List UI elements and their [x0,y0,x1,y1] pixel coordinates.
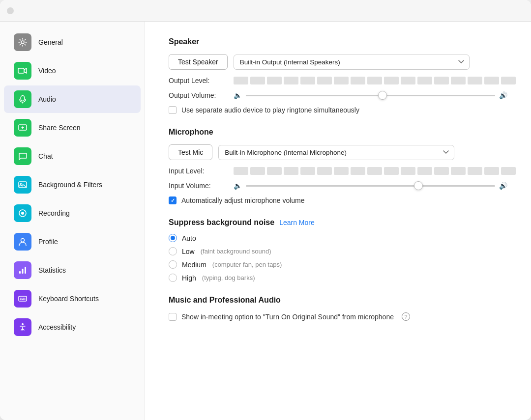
svg-point-8 [21,239,25,242]
suppress-noise-section: Suppress background noise Learn More Aut… [169,218,507,282]
sidebar-item-video[interactable]: Video [4,57,141,84]
accessibility-icon [14,318,31,336]
learn-more-link[interactable]: Learn More [279,219,315,226]
mic-high-icon: 🔊 [499,182,507,190]
input-volume-label: Input Volume: [169,182,228,190]
radio-medium[interactable] [169,260,177,269]
output-volume-label: Output Volume: [169,91,228,99]
radio-label-low: Low [182,248,195,255]
music-title: Music and Professional Audio [169,296,507,305]
sidebar-item-audio[interactable]: Audio [4,85,141,113]
svg-rect-12 [19,296,27,301]
mic-device-select[interactable]: Built-in Microphone (Internal Microphone… [218,145,454,160]
output-level-row: Output Level: [169,77,507,84]
main-content: General Video Audio Share Screen Chat Ba… [0,22,531,420]
sidebar-item-chat[interactable]: Chat [4,142,141,170]
svg-point-0 [21,41,24,44]
speaker-title: Speaker [169,37,507,46]
svg-rect-11 [25,267,26,274]
radio-label-medium: Medium [182,261,206,269]
speaker-device-row: Test Speaker Built-in Output (Internal S… [169,54,507,70]
input-level-label: Input Level: [169,167,228,175]
radio-low[interactable] [169,247,177,255]
settings-window: General Video Audio Share Screen Chat Ba… [0,0,531,420]
sidebar-item-keyboard[interactable]: Keyboard Shortcuts [4,285,141,312]
sidebar-item-recording[interactable]: Recording [4,199,141,227]
recording-icon [14,204,31,222]
test-mic-button[interactable]: Test Mic [169,144,212,160]
microphone-title: Microphone [169,128,507,137]
general-icon [14,33,31,51]
statistics-icon [14,261,31,279]
speaker-device-select[interactable]: Built-in Output (Internal Speakers) [234,55,470,70]
sidebar-item-statistics[interactable]: Statistics [4,256,141,284]
radio-hint-medium: (computer fan, pen taps) [212,261,282,268]
output-volume-slider-container: 🔈 🔊 [234,91,507,99]
sidebar-label-accessibility: Accessibility [38,323,76,331]
sidebar-label-background: Background & Filters [38,181,102,189]
window-close-dot[interactable] [7,7,14,14]
original-sound-label: Show in-meeting option to "Turn On Origi… [181,313,394,321]
auto-adjust-label: Automatically adjust microphone volume [181,196,305,204]
svg-point-13 [22,323,24,325]
sidebar-item-background[interactable]: Background & Filters [4,171,141,198]
radio-high[interactable] [169,274,177,282]
level-bars [234,167,516,175]
microphone-section: Microphone Test Mic Built-in Microphone … [169,128,507,204]
sidebar-label-chat: Chat [38,152,53,160]
speaker-section: Speaker Test Speaker Built-in Output (In… [169,37,507,114]
sidebar-label-general: General [38,38,63,46]
sidebar-item-accessibility[interactable]: Accessibility [4,313,141,341]
original-sound-checkbox[interactable] [169,313,177,321]
sidebar-item-general[interactable]: General [4,28,141,56]
ringtone-checkbox[interactable] [169,106,177,114]
video-icon [14,62,31,80]
test-speaker-button[interactable]: Test Speaker [169,54,228,70]
profile-icon [14,233,31,251]
output-level-label: Output Level: [169,77,228,84]
noise-option-high: High (typing, dog barks) [169,274,507,282]
sidebar-item-profile[interactable]: Profile [4,228,141,255]
radio-label-auto: Auto [182,234,196,242]
share-screen-icon [14,119,31,137]
sidebar: General Video Audio Share Screen Chat Ba… [0,22,145,420]
suppress-title: Suppress background noise [169,218,274,227]
ringtone-row: Use separate audio device to play ringto… [169,106,507,114]
suppress-header: Suppress background noise Learn More [169,218,507,227]
sidebar-item-share-screen[interactable]: Share Screen [4,114,141,141]
svg-point-2 [21,96,25,101]
mic-low-icon: 🔈 [234,182,242,190]
output-volume-slider[interactable] [246,95,495,96]
input-volume-row: Input Volume: 🔈 🔊 [169,182,507,190]
svg-rect-10 [22,269,24,274]
noise-option-low: Low (faint background sound) [169,247,507,255]
sidebar-label-recording: Recording [38,209,70,217]
output-volume-row: Output Volume: 🔈 🔊 [169,91,507,99]
level-bars [234,77,516,84]
chat-icon [14,147,31,165]
help-icon[interactable]: ? [402,312,410,321]
svg-point-7 [21,212,24,215]
sidebar-label-audio: Audio [38,95,56,103]
svg-rect-9 [19,271,21,274]
sidebar-label-profile: Profile [38,238,58,246]
input-volume-slider[interactable] [246,185,495,187]
auto-adjust-checkbox[interactable] [169,196,177,204]
sidebar-label-keyboard: Keyboard Shortcuts [38,295,99,303]
noise-option-auto: Auto [169,234,507,242]
volume-high-icon: 🔊 [499,91,507,99]
noise-option-medium: Medium (computer fan, pen taps) [169,260,507,269]
radio-hint-low: (faint background sound) [201,248,271,255]
main-panel: Speaker Test Speaker Built-in Output (In… [145,22,531,420]
radio-auto[interactable] [169,234,177,242]
music-section: Music and Professional Audio Show in-mee… [169,296,507,321]
original-sound-row: Show in-meeting option to "Turn On Origi… [169,312,507,321]
sidebar-label-statistics: Statistics [38,266,66,274]
sidebar-label-share-screen: Share Screen [38,124,81,132]
volume-low-icon: 🔈 [234,91,242,99]
sidebar-label-video: Video [38,67,56,75]
mic-device-row: Test Mic Built-in Microphone (Internal M… [169,144,507,160]
keyboard-icon [14,290,31,308]
svg-rect-1 [18,68,24,73]
ringtone-label: Use separate audio device to play ringto… [181,106,359,114]
